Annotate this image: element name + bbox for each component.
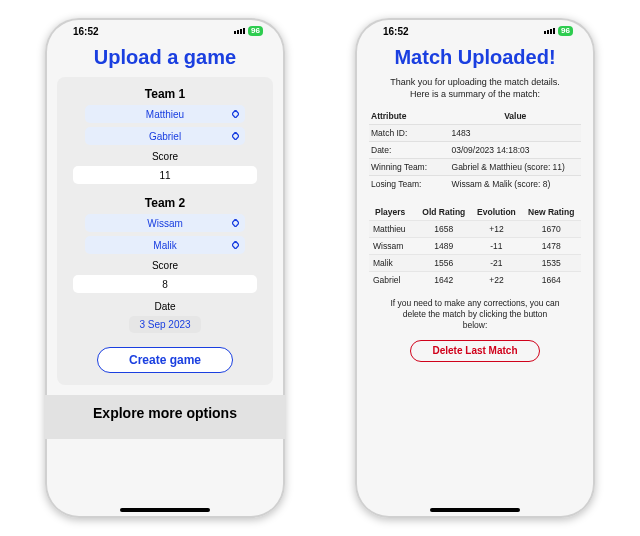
table-row: Match ID:1483 — [369, 125, 581, 142]
status-bar: 16:52 96 — [355, 18, 595, 44]
ratings-header-old: Old Rating — [416, 204, 471, 221]
team1-player1-value: Matthieu — [146, 109, 184, 120]
upload-screen: Upload a game Team 1 Matthieu Gabriel Sc… — [45, 44, 285, 518]
signal-icon — [234, 28, 245, 34]
status-time: 16:52 — [383, 26, 409, 37]
team1-label: Team 1 — [67, 87, 263, 101]
upload-card: Team 1 Matthieu Gabriel Score 11 Team 2 … — [57, 77, 273, 385]
home-indicator[interactable] — [120, 508, 210, 512]
chevron-up-down-icon — [232, 110, 239, 118]
team2-player2-select[interactable]: Malik — [85, 236, 245, 254]
delete-last-match-button[interactable]: Delete Last Match — [410, 340, 540, 362]
table-row: Matthieu1658+121670 — [369, 221, 581, 238]
team2-score-input[interactable]: 8 — [73, 275, 257, 293]
create-game-button[interactable]: Create game — [97, 347, 233, 373]
signal-icon — [544, 28, 555, 34]
correction-note: If you need to make any corrections, you… — [369, 298, 581, 331]
thanks-text: Thank you for uploading the match detail… — [369, 77, 581, 100]
table-row: Wissam1489-111478 — [369, 238, 581, 255]
table-row: Malik1556-211535 — [369, 255, 581, 272]
chevron-up-down-icon — [232, 132, 239, 140]
status-bar: 16:52 96 — [45, 18, 285, 44]
home-indicator[interactable] — [430, 508, 520, 512]
battery-icon: 96 — [558, 26, 573, 36]
status-right: 96 — [544, 26, 573, 36]
table-row: Gabriel1642+221664 — [369, 272, 581, 289]
summary-header-attr: Attribute — [369, 108, 436, 125]
summary-table: Attribute Value Match ID:1483 Date:03/09… — [369, 108, 581, 192]
explore-more-button[interactable]: Explore more options — [45, 395, 285, 439]
summary-header-val: Value — [436, 108, 581, 125]
team2-player1-value: Wissam — [147, 218, 183, 229]
page-title: Upload a game — [45, 46, 285, 69]
ratings-header-new: New Rating — [521, 204, 581, 221]
team2-label: Team 2 — [67, 196, 263, 210]
status-time: 16:52 — [73, 26, 99, 37]
table-row: Winning Team:Gabriel & Matthieu (score: … — [369, 159, 581, 176]
status-right: 96 — [234, 26, 263, 36]
ratings-header-evo: Evolution — [472, 204, 522, 221]
team1-score-input[interactable]: 11 — [73, 166, 257, 184]
chevron-up-down-icon — [232, 219, 239, 227]
team1-player2-value: Gabriel — [149, 131, 181, 142]
table-row: Date:03/09/2023 14:18:03 — [369, 142, 581, 159]
page-title: Match Uploaded! — [369, 46, 581, 69]
table-row: Losing Team:Wissam & Malik (score: 8) — [369, 176, 581, 193]
team1-player1-select[interactable]: Matthieu — [85, 105, 245, 123]
date-picker[interactable]: 3 Sep 2023 — [129, 316, 200, 333]
battery-icon: 96 — [248, 26, 263, 36]
ratings-table: Players Old Rating Evolution New Rating … — [369, 204, 581, 288]
date-label: Date — [67, 301, 263, 312]
team1-score-label: Score — [67, 151, 263, 162]
uploaded-screen: Match Uploaded! Thank you for uploading … — [355, 44, 595, 518]
phone-upload: 16:52 96 Upload a game Team 1 Matthieu G… — [45, 18, 285, 518]
phone-uploaded: 16:52 96 Match Uploaded! Thank you for u… — [355, 18, 595, 518]
chevron-up-down-icon — [232, 241, 239, 249]
team2-player1-select[interactable]: Wissam — [85, 214, 245, 232]
team1-player2-select[interactable]: Gabriel — [85, 127, 245, 145]
team2-score-label: Score — [67, 260, 263, 271]
ratings-header-player: Players — [369, 204, 416, 221]
team2-player2-value: Malik — [153, 240, 176, 251]
